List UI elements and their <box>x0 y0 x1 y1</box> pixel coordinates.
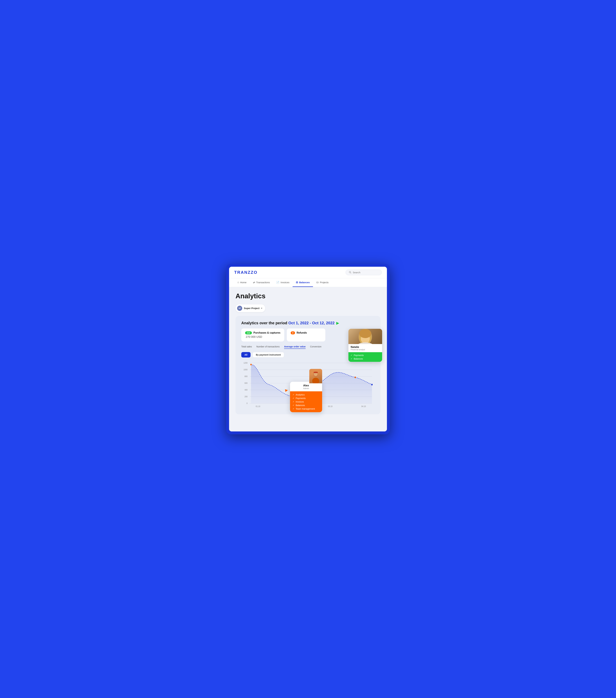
svg-line-1 <box>351 273 351 274</box>
check-icon: ✓ <box>293 397 294 399</box>
alex-perm-team: ✓ Team management <box>293 407 320 410</box>
svg-text:200: 200 <box>244 395 248 398</box>
brand-logo: TRANZZO <box>234 270 257 275</box>
search-box[interactable] <box>346 270 382 275</box>
user-card-alex: Alex Admin ✓ Analytics ✓ Payments <box>290 369 322 412</box>
alex-name: Alex <box>293 384 319 387</box>
purchases-value: 270 000 USD <box>245 335 280 338</box>
stat-card-header: 210 Purchases & captures <box>245 331 280 334</box>
alex-role: Admin <box>293 387 319 390</box>
nav-home[interactable]: ⌂ Home <box>234 278 250 287</box>
svg-point-20 <box>371 384 373 386</box>
cursor-green-icon: ▶ <box>336 321 339 325</box>
project-chevron: ▾ <box>261 307 262 309</box>
nav-bar: ⌂ Home ⇄ Transactions 📄 Invoices ⚖ Balan… <box>229 278 387 287</box>
alex-perm-invoices: ✓ Invoices <box>293 400 320 404</box>
search-input[interactable] <box>353 271 378 274</box>
alex-avatar-svg <box>310 371 321 383</box>
natalie-perm-balances: ✓ Balances <box>351 357 380 361</box>
analytics-period-title: Analytics over the period Oct 1, 2022 - … <box>241 321 375 325</box>
tab-total-sales[interactable]: Total sales <box>241 345 252 349</box>
stat-card-refund-header: 0 Refunds <box>291 331 321 334</box>
natalie-name: Natalie <box>351 346 380 349</box>
stat-card-purchases: 210 Purchases & captures 270 000 USD <box>241 329 284 341</box>
outer-frame: TRANZZO ⌂ Home ⇄ Transactions 📄 Invoi <box>226 264 390 434</box>
tab-conversion[interactable]: Conversion <box>310 345 321 349</box>
natalie-perm-payments: ✓ Payments <box>351 353 380 357</box>
svg-point-16 <box>250 364 252 365</box>
svg-text:800: 800 <box>244 375 248 378</box>
svg-text:1200: 1200 <box>243 362 248 364</box>
refunds-badge: 0 <box>291 331 295 334</box>
check-icon: ✓ <box>293 393 294 396</box>
home-icon: ⌂ <box>237 281 239 284</box>
svg-text:400: 400 <box>244 389 248 391</box>
svg-point-34 <box>357 343 373 344</box>
project-icon: 🗂 <box>316 281 319 284</box>
svg-point-19 <box>354 377 356 378</box>
check-icon: ✓ <box>293 407 294 410</box>
nav-invoices[interactable]: 📄 Invoices <box>273 278 293 287</box>
filter-all[interactable]: All <box>241 352 251 358</box>
svg-text:0: 0 <box>247 402 248 405</box>
stat-card-refunds: 0 Refunds <box>287 329 325 341</box>
page-title: Analytics <box>236 292 380 300</box>
svg-text:03.10: 03.10 <box>328 405 333 407</box>
natalie-avatar-svg <box>348 329 382 344</box>
alex-perm-balances: ✓ Balances <box>293 404 320 407</box>
purchases-badge: 210 <box>245 331 252 334</box>
transaction-icon: ⇄ <box>253 281 255 284</box>
filter-by-instrument[interactable]: By payment instrument <box>252 352 284 358</box>
check-icon: ✓ <box>293 401 294 403</box>
balance-icon: ⚖ <box>296 281 298 284</box>
search-icon <box>349 271 351 274</box>
tab-avg-order[interactable]: Average order value <box>284 345 306 349</box>
period-date: Oct 1, 2022 - Oct 12, 2022 <box>288 321 335 325</box>
analytics-section: Analytics over the period Oct 1, 2022 - … <box>236 316 380 414</box>
user-card-natalie: Natalie Financial analyst ✓ Payments ✓ <box>348 329 382 362</box>
svg-point-29 <box>312 378 319 383</box>
alex-perm-payments: ✓ Payments <box>293 396 320 400</box>
invoice-icon: 📄 <box>276 281 279 284</box>
project-avatar: SP <box>237 306 242 311</box>
check-icon: ✓ <box>351 358 352 360</box>
check-icon: ✓ <box>293 404 294 406</box>
browser-chrome: TRANZZO ⌂ Home ⇄ Transactions 📄 Invoi <box>229 267 387 431</box>
nav-projects[interactable]: 🗂 Projects <box>313 278 332 287</box>
check-icon: ✓ <box>351 354 352 357</box>
nav-transactions[interactable]: ⇄ Transactions <box>250 278 273 287</box>
refunds-title: Refunds <box>297 331 307 334</box>
top-bar: TRANZZO <box>229 267 387 278</box>
svg-point-33 <box>359 329 372 338</box>
svg-rect-28 <box>313 372 318 373</box>
svg-text:01.10: 01.10 <box>256 405 260 407</box>
svg-text:600: 600 <box>244 382 248 384</box>
alex-perm-analytics: ✓ Analytics <box>293 393 320 396</box>
svg-text:04.10: 04.10 <box>361 405 366 407</box>
nav-balances[interactable]: ⚖ Balances <box>293 278 313 287</box>
purchases-title: Purchases & captures <box>253 331 280 334</box>
page-content: Analytics SP Super Project ▾ Analytics o… <box>229 287 387 431</box>
natalie-role: Financial analyst <box>351 349 380 351</box>
tab-num-transactions[interactable]: Number of transactions <box>256 345 280 349</box>
project-name: Super Project <box>244 307 260 309</box>
project-selector[interactable]: SP Super Project ▾ <box>236 304 265 312</box>
svg-text:1000: 1000 <box>243 368 248 371</box>
